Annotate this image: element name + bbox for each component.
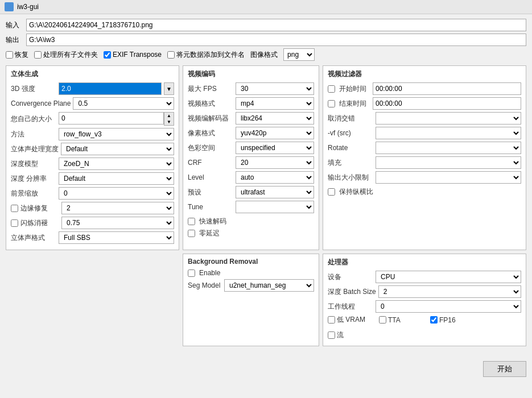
start-time-checkbox[interactable] <box>328 85 335 93</box>
quick-decode-checkbox[interactable] <box>188 218 195 225</box>
low-vram-label[interactable]: 低 VRAM <box>328 315 373 325</box>
select-convergence[interactable]: 0.50.01.0 <box>73 97 174 110</box>
edge-fix-checkbox[interactable] <box>11 205 18 212</box>
select-vf-src[interactable] <box>376 127 521 139</box>
fp16-checkbox[interactable] <box>430 316 438 324</box>
label-depth-resolution: 深度 分辨率 <box>11 174 56 184</box>
select-seg-model[interactable]: u2net_human_segu2netu2netp <box>224 279 314 292</box>
input-3d-strength[interactable] <box>59 82 162 95</box>
output-path[interactable] <box>26 34 526 46</box>
select-rotate[interactable]: 90180270 <box>376 142 521 154</box>
select-color-space[interactable]: unspecifiedbt709bt601 <box>236 142 314 154</box>
metadata-checkbox-label[interactable]: 将元数据添加到文件名 <box>167 50 245 60</box>
select-video-codec[interactable]: libx264libx265h264_nvenc <box>236 112 314 125</box>
stream-label[interactable]: 流 <box>328 330 373 340</box>
select-foreground-scale[interactable]: 012-1 <box>59 187 174 200</box>
row-depth-resolution: 深度 分辨率 Default256512 <box>11 172 174 185</box>
row-video-format: 视频格式 mp4mkvavi <box>188 97 314 110</box>
process-all-checkbox-label[interactable]: 处理所有子文件夹 <box>34 50 98 60</box>
select-depth-model[interactable]: ZoeD_NZoeD_KZoeD_NK <box>59 157 174 170</box>
input-end-time[interactable] <box>373 97 521 110</box>
label-stereo-width: 立体声处理宽度 <box>11 144 59 154</box>
restore-checkbox-label[interactable]: 恢复 <box>6 50 28 60</box>
label-crf: CRF <box>188 159 233 167</box>
select-flicker[interactable]: 0.750.51.0 <box>61 217 174 229</box>
bg-removal-title: Background Removal <box>188 258 314 266</box>
select-tune[interactable]: filmanimationgrain <box>236 201 314 213</box>
video-filter-panel: 视频过滤器 开始时间 结束时间 取消交错 fieldframe -vf (src… <box>323 65 526 250</box>
bg-enable-checkbox[interactable] <box>188 270 195 277</box>
keep-aspect-checkbox[interactable] <box>328 188 335 196</box>
select-device[interactable]: CPUCUDADirectML <box>376 271 521 283</box>
start-button[interactable]: 开始 <box>483 361 526 377</box>
3d-strength-dropdown-btn[interactable]: ▼ <box>164 82 174 95</box>
row-method: 方法 row_flow_v3row_flow_v2row_flow <box>11 128 174 140</box>
select-method[interactable]: row_flow_v3row_flow_v2row_flow <box>59 128 174 140</box>
row-keep-aspect: 保持纵横比 <box>328 187 521 197</box>
tta-checkbox[interactable] <box>379 316 386 324</box>
footer: 开始 <box>0 356 532 382</box>
select-stereo-format[interactable]: Full SBSHalf SBSFull OUHalf OUAnaglyph <box>59 231 174 244</box>
spinbox-down[interactable]: ▼ <box>164 119 174 125</box>
low-vram-checkbox[interactable] <box>328 316 335 324</box>
row-deinterlace: 取消交错 fieldframe <box>328 112 521 125</box>
input-start-time[interactable] <box>373 82 521 95</box>
select-batch-size[interactable]: 2148 <box>378 285 521 298</box>
zero-delta-checkbox[interactable] <box>188 230 195 237</box>
options-bar: 恢复 处理所有子文件夹 EXIF Transpose 将元数据添加到文件名 图像… <box>6 48 526 61</box>
select-crf[interactable]: 20182328 <box>236 156 314 169</box>
select-depth-resolution[interactable]: Default256512 <box>59 172 174 185</box>
row-depth-model: 深度模型 ZoeD_NZoeD_KZoeD_NK <box>11 157 174 170</box>
stream-text: 流 <box>337 330 344 340</box>
end-time-checkbox[interactable] <box>328 100 335 107</box>
row-color-space: 色彩空间 unspecifiedbt709bt601 <box>188 142 314 154</box>
stream-checkbox[interactable] <box>328 331 335 339</box>
label-seg-model: Seg Model <box>188 281 222 289</box>
row-output-size-limit: 输出大小限制 1920x10803840x2160 <box>328 171 521 184</box>
select-edge-fix[interactable]: 213 <box>61 202 174 214</box>
image-format-select[interactable]: png jpg webp <box>283 48 315 61</box>
label-pixel-format: 像素格式 <box>188 128 233 138</box>
label-foreground-scale: 前景缩放 <box>11 189 56 198</box>
select-output-size-limit[interactable]: 1920x10803840x2160 <box>376 171 521 184</box>
label-device: 设备 <box>328 272 373 282</box>
select-workers[interactable]: 0124 <box>376 300 521 313</box>
select-max-fps[interactable]: 302460 <box>236 82 314 95</box>
restore-checkbox[interactable] <box>6 51 13 59</box>
select-pixel-format[interactable]: yuv420pyuv444p <box>236 127 314 139</box>
select-preset[interactable]: ultrafastsuperfastveryfastfasterfastmedi… <box>236 186 314 198</box>
tta-label[interactable]: TTA <box>379 316 424 324</box>
label-stereo-format: 立体声格式 <box>11 233 56 243</box>
label-3d-strength: 3D 强度 <box>11 84 56 94</box>
select-deinterlace[interactable]: fieldframe <box>376 112 521 125</box>
select-video-format[interactable]: mp4mkvavi <box>236 97 314 110</box>
bg-removal-panel: Background Removal Enable Seg Model u2ne… <box>183 254 319 346</box>
label-color-space: 色彩空间 <box>188 143 233 153</box>
exif-checkbox-label[interactable]: EXIF Transpose <box>104 51 162 59</box>
input-own-size[interactable] <box>59 112 164 125</box>
row-video-codec: 视频编解码器 libx264libx265h264_nvenc <box>188 112 314 125</box>
video-filter-title: 视频过滤器 <box>328 69 521 79</box>
exif-checkbox[interactable] <box>104 51 111 59</box>
label-zero-delta: 零延迟 <box>199 229 220 238</box>
row-foreground-scale: 前景缩放 012-1 <box>11 187 174 200</box>
label-quick-decode: 快速解码 <box>199 217 226 226</box>
label-fill: 填充 <box>328 158 373 168</box>
label-video-codec: 视频编解码器 <box>188 114 233 123</box>
label-own-size: 您自己的大小 <box>11 114 56 124</box>
flicker-checkbox[interactable] <box>11 219 18 227</box>
process-all-checkbox[interactable] <box>34 51 42 59</box>
select-level[interactable]: auto4.04.15.0 <box>236 171 314 184</box>
spinbox-buttons: ▲ ▼ <box>164 112 174 126</box>
label-tune: Tune <box>188 203 233 211</box>
select-fill[interactable]: leftrighttopbottom <box>376 156 521 169</box>
spinbox-up[interactable]: ▲ <box>164 113 174 119</box>
label-flicker: 闪炼消褪 <box>20 218 59 228</box>
metadata-checkbox[interactable] <box>167 51 175 59</box>
label-bg-enable: Enable <box>199 269 220 277</box>
video-encode-title: 视频编码 <box>188 69 314 79</box>
output-label: 输出 <box>6 35 23 45</box>
input-path[interactable] <box>26 19 526 31</box>
fp16-label[interactable]: FP16 <box>430 316 476 324</box>
select-stereo-width[interactable]: Default5127681024 <box>61 143 174 155</box>
